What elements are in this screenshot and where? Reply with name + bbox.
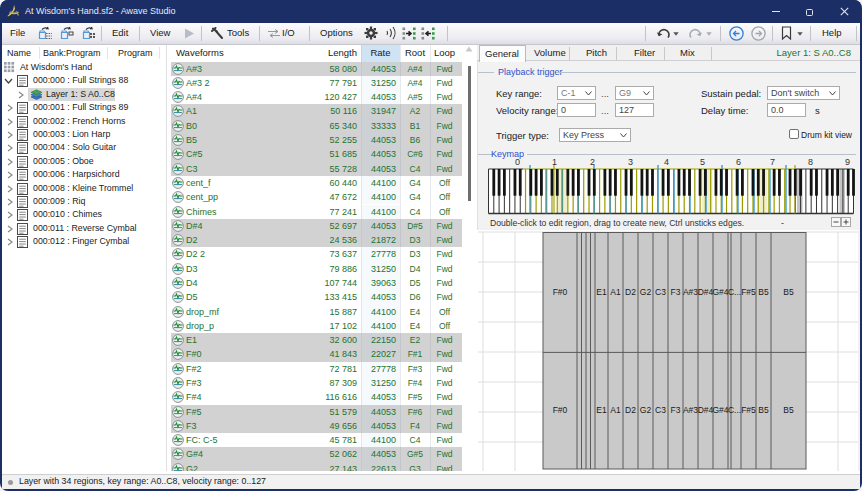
svg-text:A#3: A#3 bbox=[683, 287, 698, 297]
svg-text:F3: F3 bbox=[671, 287, 681, 297]
svg-text:D#4: D#4 bbox=[698, 287, 714, 297]
svg-text:G#4: G#4 bbox=[712, 405, 728, 415]
svg-text:C3: C3 bbox=[655, 405, 666, 415]
svg-text:F#0: F#0 bbox=[553, 405, 568, 415]
svg-text:D#4: D#4 bbox=[698, 405, 714, 415]
svg-text:F#0: F#0 bbox=[553, 287, 568, 297]
svg-text:B5: B5 bbox=[783, 405, 794, 415]
svg-text:F3: F3 bbox=[671, 405, 681, 415]
svg-text:E1: E1 bbox=[596, 405, 607, 415]
svg-text:D2: D2 bbox=[625, 405, 636, 415]
svg-text:D2: D2 bbox=[625, 287, 636, 297]
svg-text:A1: A1 bbox=[610, 287, 621, 297]
svg-text:A1: A1 bbox=[610, 405, 621, 415]
svg-text:B5: B5 bbox=[758, 287, 769, 297]
svg-text:E1: E1 bbox=[596, 287, 607, 297]
svg-text:G2: G2 bbox=[640, 287, 652, 297]
svg-text:G#4: G#4 bbox=[712, 287, 728, 297]
svg-text:F#5: F#5 bbox=[741, 405, 756, 415]
svg-text:C...: C... bbox=[728, 287, 741, 297]
svg-text:B5: B5 bbox=[783, 287, 794, 297]
svg-text:C3: C3 bbox=[655, 287, 666, 297]
svg-text:G2: G2 bbox=[640, 405, 652, 415]
svg-text:B5: B5 bbox=[758, 405, 769, 415]
svg-text:A#3: A#3 bbox=[683, 405, 698, 415]
svg-text:F#5: F#5 bbox=[741, 287, 756, 297]
svg-text:C...: C... bbox=[728, 405, 741, 415]
